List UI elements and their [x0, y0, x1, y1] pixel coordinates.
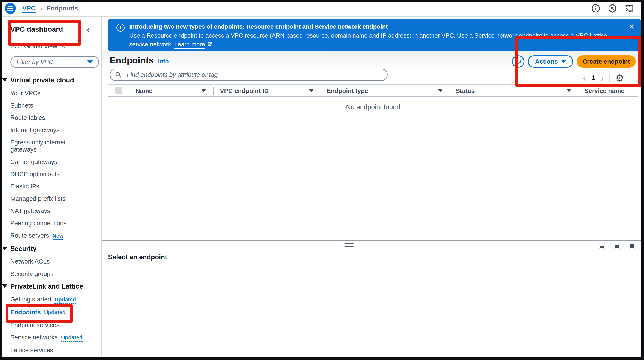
chevron-down-icon — [561, 60, 566, 63]
sidebar-item-peering-connections[interactable]: Peering connections — [10, 220, 92, 227]
column-header-vpc-endpoint-id[interactable]: VPC endpoint ID — [220, 85, 268, 96]
section-caret-icon — [2, 78, 7, 82]
section-title: PrivateLink and Lattice — [10, 283, 83, 290]
command-terminal-icon[interactable] — [624, 3, 634, 13]
sidebar-item-endpoint-services[interactable]: Endpoint services — [10, 322, 92, 329]
sidebar-item-endpoints[interactable]: EndpointsUpdated — [10, 309, 92, 317]
actions-label: Actions — [535, 58, 558, 65]
learn-more-link[interactable]: Learn more — [174, 41, 205, 47]
panel-layout-controls — [598, 243, 636, 249]
filter-caret-icon[interactable] — [438, 89, 443, 92]
close-icon[interactable]: × — [629, 22, 634, 31]
info-flash-banner: i Introducing two new types of endpoints… — [108, 19, 641, 51]
banner-info-icon: i — [116, 23, 124, 32]
frame-edge — [0, 357, 644, 360]
sidebar-item-carrier-gateways[interactable]: Carrier gateways — [10, 158, 92, 165]
sidebar-item-managed-prefix-lists[interactable]: Managed prefix lists — [10, 195, 92, 202]
page-number[interactable]: 1 — [592, 74, 595, 82]
sidebar-item-security-groups[interactable]: Security groups — [10, 270, 92, 278]
sidebar-item-ec2-global-view[interactable]: EC2 Global View — [10, 43, 66, 50]
frame-edge — [0, 0, 2, 360]
aws-vpc-console-page: VPC › Endpoints — [0, 0, 644, 360]
banner-text: Introducing two new types of endpoints: … — [129, 22, 615, 49]
panel-size-small-icon[interactable] — [598, 243, 606, 249]
sidebar-item-getting-started[interactable]: Getting startedUpdated — [10, 296, 92, 304]
refresh-icon: ↻ — [515, 57, 521, 66]
column-divider — [578, 87, 578, 95]
frame-edge — [0, 0, 644, 2]
sidebar-item-internet-gateways[interactable]: Internet gateways — [10, 127, 92, 134]
sidebar-section-security[interactable]: Security — [10, 245, 101, 253]
column-divider — [448, 87, 448, 95]
section-caret-icon — [2, 284, 7, 288]
next-page-icon[interactable]: › — [601, 73, 604, 83]
sidebar-item-route-tables[interactable]: Route tables — [10, 114, 92, 121]
breadcrumb-current: Endpoints — [46, 5, 78, 12]
info-link[interactable]: Info — [158, 58, 168, 65]
page-heading-row: Endpoints Info — [110, 55, 169, 65]
column-header-status[interactable]: Status — [456, 85, 475, 96]
panel-size-medium-icon[interactable] — [614, 243, 620, 249]
sidebar-item-nat-gateways[interactable]: NAT gateways — [10, 207, 92, 215]
sidebar-item-dhcp-option-sets[interactable]: DHCP option sets — [10, 171, 92, 178]
sidebar-item-subnets[interactable]: Subnets — [10, 102, 92, 109]
column-header-name[interactable]: Name — [136, 85, 152, 96]
hamburger-menu-button[interactable] — [5, 3, 16, 14]
vpc-filter-select[interactable]: Filter by VPC — [10, 56, 99, 68]
banner-title: Introducing two new types of endpoints: … — [129, 22, 615, 31]
create-endpoint-label: Create endpoint — [583, 58, 630, 65]
pagination-divider — [610, 73, 610, 83]
table-settings-gear-icon[interactable]: ⚙ — [616, 73, 624, 83]
updated-badge: Updated — [61, 335, 82, 342]
breadcrumb-separator-icon: › — [40, 4, 42, 13]
new-badge: New — [52, 233, 64, 240]
panel-size-large-icon[interactable] — [628, 243, 636, 249]
vpc-filter-placeholder: Filter by VPC — [16, 58, 87, 65]
top-navigation-bar: VPC › Endpoints — [0, 0, 644, 17]
topbar-utility-icons — [591, 0, 634, 17]
updated-badge: Updated — [44, 310, 66, 317]
select-all-checkbox[interactable] — [115, 87, 122, 94]
sidebar-item-egress-only-internet-gateways[interactable]: Egress-only internet gateways — [10, 139, 92, 153]
column-divider — [320, 87, 320, 95]
banner-line2: Use a Resource endpoint to access a VPC … — [129, 31, 615, 40]
section-caret-icon — [2, 247, 7, 250]
table-empty-message: No endpoint found — [108, 103, 638, 111]
page-title: Endpoints — [110, 55, 154, 65]
sidebar-item-your-vpcs[interactable]: Your VPCs — [10, 90, 92, 97]
filter-caret-icon[interactable] — [309, 89, 314, 92]
updated-badge: Updated — [54, 297, 76, 304]
cloudshell-icon[interactable] — [608, 3, 618, 13]
actions-dropdown-button[interactable]: Actions — [528, 55, 573, 68]
side-navigation: VPC dashboard ‹ EC2 Global View Filter b… — [0, 17, 102, 360]
sidebar-item-service-networks[interactable]: Service networksUpdated — [10, 334, 92, 342]
chevron-down-icon — [87, 60, 93, 64]
sidebar-collapse-icon[interactable]: ‹ — [86, 24, 90, 34]
sidebar-section-virtual-private-cloud[interactable]: Virtual private cloud — [10, 76, 101, 84]
create-endpoint-button[interactable]: Create endpoint — [577, 55, 636, 68]
split-panel-drag-handle[interactable] — [344, 243, 354, 248]
search-field-wrap — [110, 68, 388, 81]
details-panel-prompt: Select an endpoint — [108, 253, 167, 261]
search-input[interactable] — [110, 68, 388, 81]
sidebar-item-elastic-ips[interactable]: Elastic IPs — [10, 183, 92, 190]
section-title: Virtual private cloud — [10, 76, 74, 84]
banner-line3: service network. Learn more — [129, 40, 615, 49]
table-top-border — [108, 84, 638, 85]
frame-edge — [642, 0, 644, 360]
refresh-button[interactable]: ↻ — [512, 55, 524, 68]
breadcrumb-vpc-link[interactable]: VPC — [22, 5, 36, 12]
sidebar-section-privatelink-and-lattice[interactable]: PrivateLink and Lattice — [10, 283, 101, 290]
sidebar-item-lattice-services[interactable]: Lattice services — [10, 347, 92, 354]
split-panel-divider[interactable] — [102, 240, 642, 241]
filter-caret-icon[interactable] — [566, 89, 572, 92]
sidebar-item-route-servers[interactable]: Route serversNew — [10, 232, 92, 240]
column-header-service-name[interactable]: Service name — [584, 85, 624, 96]
sidebar-item-network-acls[interactable]: Network ACLs — [10, 258, 92, 265]
filter-caret-icon[interactable] — [201, 89, 206, 92]
column-divider — [213, 87, 214, 95]
column-header-endpoint-type[interactable]: Endpoint type — [327, 85, 368, 96]
info-circle-icon[interactable] — [591, 3, 601, 13]
external-link-icon — [60, 43, 66, 50]
previous-page-icon[interactable]: ‹ — [583, 73, 586, 83]
